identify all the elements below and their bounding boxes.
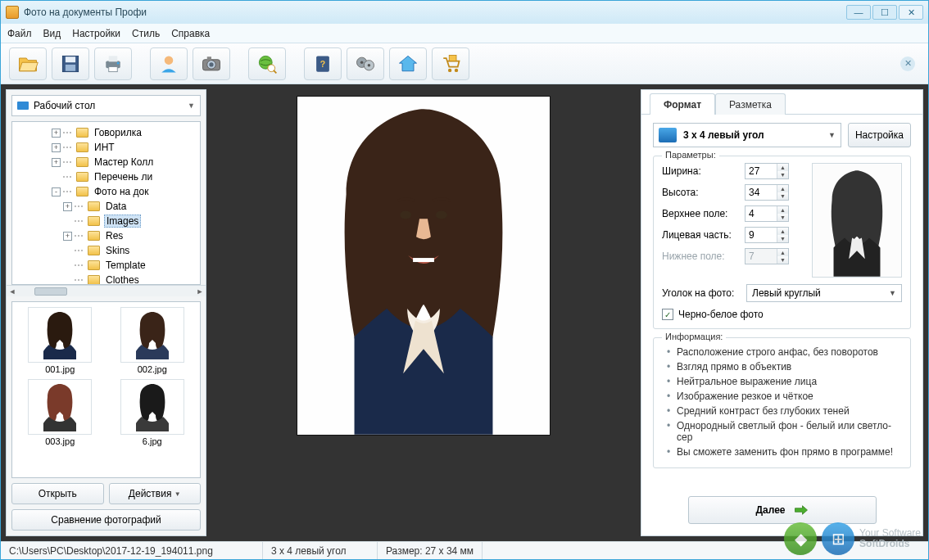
svg-point-21 — [448, 68, 451, 71]
tool-search-globe-button[interactable] — [248, 47, 286, 80]
info-item: Нейтральное выражение лица — [665, 374, 902, 389]
tree-item[interactable]: -⋯Фото на док — [12, 184, 200, 199]
svg-rect-31 — [413, 258, 434, 262]
height-spinner[interactable]: ▲▼ — [745, 184, 789, 201]
tool-cart-button[interactable] — [432, 47, 469, 80]
corner-label: Уголок на фото: — [662, 287, 740, 299]
main-photo-canvas[interactable] — [297, 96, 551, 436]
info-item: Вы сможете заменить фон прямо в программ… — [665, 445, 902, 459]
width-label: Ширина: — [662, 165, 740, 177]
folder-tree[interactable]: +⋯Говорилка+⋯ИНТ+⋯Мастер Колл⋯Перечень л… — [11, 121, 201, 285]
tool-camera-button[interactable] — [193, 47, 230, 80]
toolbar-close-icon[interactable]: ✕ — [900, 56, 915, 71]
tool-video-button[interactable] — [347, 47, 384, 80]
folder-select[interactable]: Рабочий стол ▼ — [11, 95, 201, 116]
format-icon — [659, 128, 677, 142]
status-size: Размер: 27 x 34 мм — [378, 542, 483, 559]
menu-style[interactable]: Стиль — [132, 28, 160, 39]
checkbox-icon: ✓ — [662, 309, 673, 320]
info-item: Изображение резкое и чёткое — [665, 389, 902, 404]
tool-home-button[interactable] — [389, 47, 427, 80]
folder-select-label: Рабочий стол — [34, 100, 95, 111]
face-spinner[interactable]: ▲▼ — [745, 227, 789, 243]
close-button[interactable]: ✕ — [899, 5, 923, 20]
face-label: Лицевая часть: — [662, 229, 740, 241]
thumbnail[interactable]: 002.jpg — [110, 307, 196, 374]
actions-button[interactable]: Действия ▼ — [109, 483, 202, 504]
thumbnail[interactable]: 001.jpg — [17, 307, 103, 374]
svg-point-22 — [455, 68, 458, 71]
params-legend: Параметры: — [662, 150, 719, 160]
chevron-down-icon: ▼ — [188, 102, 195, 110]
svg-point-6 — [117, 61, 120, 64]
tab-format[interactable]: Формат — [650, 93, 715, 115]
width-spinner[interactable]: ▲▼ — [745, 163, 789, 179]
info-item: Однородный светлый фон - белый или светл… — [665, 418, 902, 445]
svg-point-19 — [360, 61, 364, 64]
disk-icon — [17, 102, 29, 110]
tree-item[interactable]: +⋯Мастер Колл — [12, 155, 200, 169]
app-icon — [6, 6, 19, 19]
bw-checkbox[interactable]: ✓ Черно-белое фото — [662, 309, 902, 320]
tree-item[interactable]: +⋯Говорилка — [12, 125, 200, 140]
chevron-down-icon: ▼ — [828, 131, 836, 139]
tree-item[interactable]: +⋯Data — [12, 199, 200, 214]
statusbar: C:\Users\PC\Desktop\2017-12-19_194011.pn… — [1, 541, 928, 559]
next-button[interactable]: Далее — [688, 496, 877, 524]
svg-rect-4 — [109, 56, 118, 61]
tool-print-button[interactable] — [94, 47, 132, 80]
menu-help[interactable]: Справка — [171, 28, 210, 39]
toolbar: ? ✕ — [1, 43, 928, 84]
top-margin-spinner[interactable]: ▲▼ — [745, 205, 789, 222]
right-panel: Формат Разметка 3 x 4 левый угол ▼ Настр… — [641, 89, 923, 536]
info-item: Расположение строго анфас, без поворотов — [665, 345, 902, 359]
format-settings-button[interactable]: Настройка — [848, 123, 911, 147]
tree-h-scrollbar[interactable]: ◄► — [7, 285, 206, 296]
tree-item[interactable]: ⋯Clothes — [12, 273, 200, 285]
tool-open-button[interactable] — [9, 47, 47, 80]
compare-button[interactable]: Сравнение фотографий — [11, 509, 201, 531]
next-label: Далее — [755, 504, 785, 516]
tab-layout[interactable]: Разметка — [715, 93, 786, 115]
thumbnails-panel: 001.jpg002.jpg003.jpg6.jpg — [11, 301, 201, 478]
bw-label: Черно-белое фото — [678, 309, 764, 320]
info-group: Информация: Расположение строго анфас, б… — [653, 337, 911, 468]
svg-rect-2 — [66, 64, 75, 70]
tool-help-button[interactable]: ? — [304, 47, 342, 80]
svg-rect-1 — [66, 56, 75, 62]
params-group: Параметры: Ширина:▲▼ Высота:▲▼ Верхнее п… — [653, 156, 911, 329]
titlebar: Фото на документы Профи — ☐ ✕ — [1, 1, 928, 24]
menu-view[interactable]: Вид — [43, 28, 61, 39]
tabs: Формат Разметка — [641, 90, 922, 115]
menu-settings[interactable]: Настройки — [72, 28, 120, 39]
info-item: Взгляд прямо в объектив — [665, 359, 902, 374]
svg-rect-11 — [207, 56, 211, 60]
minimize-button[interactable]: — — [846, 5, 871, 20]
thumbnail[interactable]: 003.jpg — [17, 379, 103, 446]
thumbnail[interactable]: 6.jpg — [110, 379, 196, 446]
info-legend: Информация: — [662, 332, 726, 341]
tree-item[interactable]: +⋯ИНТ — [12, 140, 200, 155]
tree-item[interactable]: ⋯Перечень ли — [12, 169, 200, 184]
tool-person-button[interactable] — [150, 47, 188, 80]
maximize-button[interactable]: ☐ — [872, 5, 897, 20]
tree-item[interactable]: +⋯Res — [12, 228, 200, 243]
app-window: Фото на документы Профи — ☐ ✕ Файл Вид Н… — [0, 0, 929, 560]
arrow-right-icon — [794, 504, 809, 516]
tool-save-button[interactable] — [52, 47, 89, 80]
format-dropdown[interactable]: 3 x 4 левый угол ▼ — [653, 123, 841, 147]
tree-item[interactable]: ⋯Template — [12, 258, 200, 273]
tree-item[interactable]: ⋯Images — [12, 214, 200, 228]
preview-area — [206, 84, 641, 541]
top-margin-label: Верхнее поле: — [662, 208, 740, 219]
svg-point-20 — [368, 64, 371, 67]
height-label: Высота: — [662, 187, 740, 198]
params-preview-photo — [812, 163, 902, 278]
svg-point-10 — [209, 62, 213, 66]
open-button[interactable]: Открыть — [11, 483, 104, 504]
svg-point-30 — [436, 210, 447, 219]
tree-item[interactable]: ⋯Skins — [12, 243, 200, 258]
menu-file[interactable]: Файл — [7, 28, 32, 39]
status-path: C:\Users\PC\Desktop\2017-12-19_194011.pn… — [1, 542, 263, 559]
corner-dropdown[interactable]: Левый круглый▼ — [746, 284, 902, 302]
